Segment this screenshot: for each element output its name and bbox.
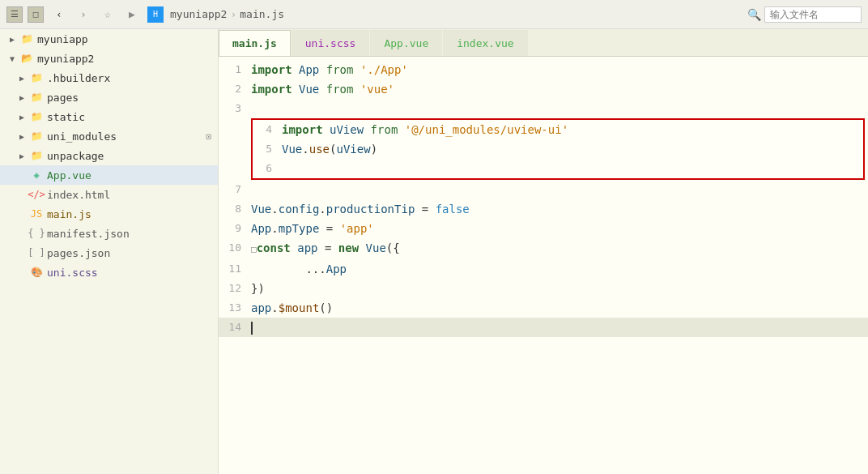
tab-uni-scss[interactable]: uni.scss [291,30,370,56]
sidebar-item-label: pages.json [47,247,110,259]
sidebar-item-pages-json[interactable]: ▶ [ ] pages.json [0,243,218,263]
tab-app-vue[interactable]: App.vue [370,30,442,56]
line-number: 13 [219,298,248,318]
line-number: 7 [219,180,248,199]
sidebar: ▶ 📁 myuniapp ▼ 📂 myuniapp2 ▶ 📁 .hbuilder… [0,29,219,474]
sidebar-item-manifest-json[interactable]: ▶ { } manifest.json [0,224,218,243]
line-number: 1 [219,60,248,79]
chevron-right-icon: ▶ [16,72,28,83]
breadcrumb: myuniapp2 › main.js [170,8,284,20]
sidebar-item-label: manifest.json [47,228,130,240]
sidebar-item-label: main.js [47,208,91,220]
sidebar-item-label: App.vue [47,169,91,181]
line-number: 9 [219,219,248,238]
line-content [248,99,868,118]
tab-index-vue[interactable]: index.vue [443,30,527,56]
line-number: 6 [253,159,279,178]
json-file-icon: [ ] [29,246,44,260]
scss-file-icon: 🎨 [29,265,44,280]
code-line-2: 2 import Vue from 'vue' [219,79,868,99]
line-content [248,180,868,199]
line-number: 5 [253,139,279,159]
line-content: import uView from '@/uni_modules/uview-u… [279,120,863,139]
folder-icon: 📁 [29,148,44,163]
app-icon: ☰ [6,6,23,23]
line-content: import App from './App' [248,60,868,79]
back-button[interactable]: ‹ [50,6,68,23]
line-content: □const app = new Vue({ [248,238,868,259]
run-button[interactable]: ▶ [123,6,141,23]
code-line-10: 10 □const app = new Vue({ [219,238,868,259]
sidebar-item-uni-modules[interactable]: ▶ 📁 uni_modules ⊡ [0,126,218,146]
highlight-box: 4 import uView from '@/uni_modules/uview… [251,118,865,180]
sidebar-item-label: pages [47,92,79,104]
forward-button[interactable]: › [74,6,92,23]
sidebar-item-label: uni.scss [47,267,98,279]
sidebar-item-label: myuniapp [37,33,88,45]
line-number: 12 [219,279,248,298]
hbuilder-icon: H [147,6,164,23]
folder-icon: 📁 [29,70,44,85]
file-icon: □ [28,6,44,23]
folder-badge: ⊡ [206,131,211,142]
sidebar-item-label: index.html [47,189,110,201]
js-file-icon: JS [29,207,44,221]
code-line-3: 3 [219,99,868,118]
chevron-right-icon: ▶ [16,130,28,142]
line-content: App.mpType = 'app' [248,219,868,238]
tab-main-js[interactable]: main.js [219,30,291,56]
code-line-14: 14 [219,318,868,337]
sidebar-item-label: uni_modules [47,130,117,143]
json-file-icon: { } [29,226,44,241]
code-line-7: 7 [219,180,868,199]
bookmark-button[interactable]: ☆ [99,6,117,23]
code-editor[interactable]: 1 import App from './App' 2 import Vue f… [219,57,868,474]
sidebar-item-label: .hbuilderx [47,72,110,84]
search-icon: 🔍 [747,8,761,21]
sidebar-item-label: static [47,111,85,123]
line-content: import Vue from 'vue' [248,79,868,99]
line-number: 4 [253,120,279,139]
text-cursor [251,322,253,335]
code-line-5: 5 Vue.use(uView) [253,139,863,159]
folder-icon: 📁 [19,32,34,46]
sidebar-item-app-vue[interactable]: ▶ ◈ App.vue [0,165,218,185]
title-bar: ☰ □ ‹ › ☆ ▶ H myuniapp2 › main.js 🔍 [0,0,868,29]
folder-icon: 📁 [29,90,44,105]
sidebar-item-myuniapp[interactable]: ▶ 📁 myuniapp [0,29,218,49]
chevron-right-icon: ▶ [16,92,28,103]
code-line-6: 6 [253,159,863,178]
sidebar-item-label: myuniapp2 [37,53,94,65]
chevron-right-icon: ▶ [16,150,28,161]
breadcrumb-file: main.js [240,8,284,20]
search-input[interactable] [764,6,862,23]
tab-bar: main.js uni.scss App.vue index.vue [219,29,868,57]
sidebar-item-pages[interactable]: ▶ 📁 pages [0,88,218,107]
breadcrumb-project: myuniapp2 [170,8,227,20]
line-number: 8 [219,199,248,219]
window-controls: ☰ □ [6,6,44,23]
folder-icon: 📁 [29,129,44,143]
code-line-9: 9 App.mpType = 'app' [219,219,868,238]
sidebar-item-myuniapp2[interactable]: ▼ 📂 myuniapp2 [0,49,218,68]
sidebar-item-uni-scss[interactable]: ▶ 🎨 uni.scss [0,263,218,282]
chevron-down-icon: ▼ [6,53,18,64]
breadcrumb-separator: › [230,8,236,20]
sidebar-item-index-html[interactable]: ▶ </> index.html [0,185,218,204]
line-number: 3 [219,99,248,118]
html-file-icon: </> [29,187,44,202]
line-number: 2 [219,79,248,99]
sidebar-item-static[interactable]: ▶ 📁 static [0,107,218,126]
code-line-1: 1 import App from './App' [219,60,868,79]
sidebar-item-hbuilderx[interactable]: ▶ 📁 .hbuilderx [0,68,218,88]
line-content: }) [248,279,868,298]
line-content: ...App [248,259,868,279]
sidebar-item-unpackage[interactable]: ▶ 📁 unpackage [0,146,218,165]
line-content: Vue.use(uView) [279,139,863,159]
code-line-12: 12 }) [219,279,868,298]
line-content: app.$mount() [248,298,868,318]
file-search: 🔍 [747,6,862,23]
line-content [279,159,863,178]
sidebar-item-main-js[interactable]: ▶ JS main.js [0,204,218,224]
folder-icon: 📁 [29,109,44,124]
